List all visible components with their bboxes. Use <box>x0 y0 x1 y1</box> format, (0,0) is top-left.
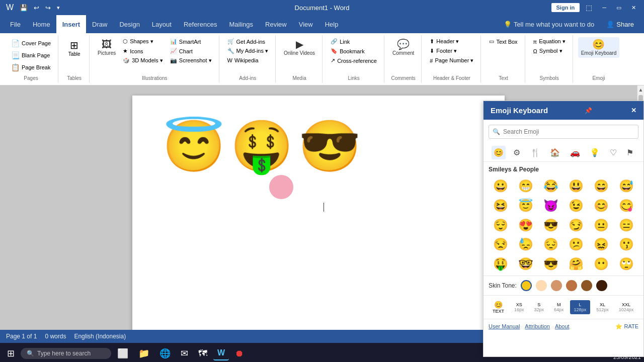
emoji-item[interactable]: 😉 <box>564 197 588 215</box>
emoji-item[interactable]: 😑 <box>614 216 638 235</box>
task-view-icon[interactable]: ⬜ <box>113 346 132 361</box>
emoji-item[interactable]: 😐 <box>589 216 613 235</box>
emoji-keyboard-button[interactable]: 😊 Emoji Keyboard <box>578 37 620 58</box>
icons-button[interactable]: ★ Icons <box>120 47 166 55</box>
emoji-item[interactable]: 😊 <box>589 197 613 215</box>
maximize-button[interactable]: ▭ <box>612 4 625 12</box>
emoji-item[interactable]: 😕 <box>564 235 588 254</box>
emoji-item[interactable]: 😃 <box>564 177 588 196</box>
emoji-cat-places[interactable]: 🏠 <box>548 146 562 159</box>
wikipedia-button[interactable]: W Wikipedia <box>224 56 262 64</box>
tab-view[interactable]: View <box>293 15 319 33</box>
size-l-button[interactable]: L 128px <box>570 300 591 314</box>
size-xxl-button[interactable]: XXL 1024px <box>615 300 638 314</box>
save-icon[interactable]: 💾 <box>18 3 30 13</box>
footer-button[interactable]: ⬇ Footer ▾ <box>427 47 460 55</box>
screenshot-button[interactable]: 📷 Screenshot ▾ <box>167 56 215 65</box>
emoji-item[interactable]: 😓 <box>514 235 538 254</box>
get-addins-button[interactable]: 🛒 Get Add-ins <box>224 37 268 46</box>
tab-review[interactable]: Review <box>259 15 293 33</box>
header-button[interactable]: ⬆ Header ▾ <box>427 37 462 46</box>
skin-tone-yellow[interactable] <box>521 280 532 291</box>
skin-tone-medium[interactable] <box>566 280 577 291</box>
emoji-item[interactable]: 😀 <box>489 177 513 196</box>
symbol-button[interactable]: Ω Symbol ▾ <box>530 47 566 55</box>
emoji-item[interactable]: 😄 <box>589 177 613 196</box>
skin-tone-medium-dark[interactable] <box>581 280 592 291</box>
size-xs-button[interactable]: XS 16px <box>510 300 528 314</box>
emoji-cat-flags[interactable]: ⚑ <box>624 146 635 159</box>
tab-home[interactable]: Home <box>27 15 56 33</box>
undo-icon[interactable]: ↩ <box>32 3 41 13</box>
cross-reference-button[interactable]: ↗ Cross-reference <box>328 56 380 65</box>
emoji-item[interactable]: 😔 <box>539 235 563 254</box>
size-xl-button[interactable]: XL 512px <box>592 300 613 314</box>
taskbar-search[interactable]: 🔍 Type here to search <box>21 348 111 359</box>
table-button[interactable]: ⊞ Table <box>64 37 85 60</box>
document-page[interactable]: 😇 🤑 😎 <box>132 96 505 330</box>
emoji-cat-travel[interactable]: 🚗 <box>568 146 582 159</box>
tell-me-button[interactable]: 💡 Tell me what you want to do <box>498 15 600 33</box>
about-link[interactable]: About <box>555 323 570 329</box>
tab-layout[interactable]: Layout <box>146 15 178 33</box>
rate-button[interactable]: ⭐ RATE <box>615 323 638 330</box>
emoji-item[interactable]: 😇 <box>514 197 538 215</box>
tab-references[interactable]: References <box>178 15 223 33</box>
emoji-item[interactable]: 😗 <box>614 235 638 254</box>
recording-icon[interactable]: ⏺ <box>231 346 248 361</box>
emoji-item[interactable]: 😆 <box>489 197 513 215</box>
tab-help[interactable]: Help <box>319 15 345 33</box>
size-m-button[interactable]: M 64px <box>550 300 568 314</box>
emoji-item[interactable]: 🤓 <box>514 255 538 274</box>
emoji-item[interactable]: 😁 <box>514 177 538 196</box>
signin-button[interactable]: Sign in <box>551 3 580 12</box>
cover-page-button[interactable]: 📄 Cover Page <box>8 38 54 48</box>
pin-panel-icon[interactable]: 📌 <box>585 107 592 114</box>
redo-icon[interactable]: ↪ <box>43 3 53 13</box>
link-button[interactable]: 🔗 Link <box>328 37 353 46</box>
emoji-item[interactable]: 😏 <box>564 216 588 235</box>
emoji-cat-food[interactable]: 🍴 <box>528 146 542 159</box>
skin-tone-medium-light[interactable] <box>551 280 562 291</box>
tab-insert[interactable]: Insert <box>56 15 86 33</box>
comment-button[interactable]: 💬 Comment <box>389 37 417 58</box>
text-box-button[interactable]: ▭ Text Box <box>486 37 520 46</box>
tab-design[interactable]: Design <box>113 15 145 33</box>
tab-draw[interactable]: Draw <box>86 15 113 33</box>
minimize-button[interactable]: ─ <box>598 4 610 12</box>
emoji-item[interactable]: 😌 <box>489 216 513 235</box>
emoji-item[interactable]: 😎 <box>539 255 563 274</box>
emoji-cat-tools[interactable]: ⚙ <box>511 146 522 159</box>
customize-icon[interactable]: ▾ <box>55 4 62 12</box>
size-s-button[interactable]: S 32px <box>530 300 548 314</box>
maps-icon[interactable]: 🗺 <box>194 346 211 361</box>
emoji-cat-symbols[interactable]: ♡ <box>608 146 619 159</box>
emoji-item[interactable]: 😈 <box>539 197 563 215</box>
blank-page-button[interactable]: 📃 Blank Page <box>8 50 54 60</box>
emoji-cat-objects[interactable]: 💡 <box>588 146 602 159</box>
online-videos-button[interactable]: ▶ Online Videos <box>281 37 318 58</box>
mail-icon[interactable]: ✉ <box>177 346 192 361</box>
emoji-search-input[interactable] <box>489 125 638 139</box>
emoji-item[interactable]: 🙄 <box>614 255 638 274</box>
file-explorer-icon[interactable]: 📁 <box>134 346 153 361</box>
emoji-item[interactable]: 😋 <box>614 197 638 215</box>
emoji-item[interactable]: 😍 <box>514 216 538 235</box>
emoji-item[interactable]: 🤗 <box>564 255 588 274</box>
emoji-item[interactable]: 😅 <box>614 177 638 196</box>
attribution-link[interactable]: Attribution <box>525 323 550 329</box>
emoji-cat-smileys[interactable]: 😊 <box>492 146 506 159</box>
emoji-item[interactable]: 🤑 <box>489 255 513 274</box>
smartart-button[interactable]: 📊 SmartArt <box>167 37 215 46</box>
skin-tone-light[interactable] <box>536 280 547 291</box>
close-panel-icon[interactable]: ✕ <box>631 107 636 114</box>
bookmark-button[interactable]: 🔖 Bookmark <box>328 47 368 55</box>
page-break-button[interactable]: 📋 Page Break <box>8 62 54 72</box>
share-button[interactable]: 👤 Share <box>600 15 640 33</box>
emoji-item[interactable]: 😂 <box>539 177 563 196</box>
emoji-item[interactable]: 😖 <box>589 235 613 254</box>
chart-button[interactable]: 📈 Chart <box>167 47 215 55</box>
tab-mailings[interactable]: Mailings <box>223 15 259 33</box>
my-addins-button[interactable]: 🔧 My Add-ins ▾ <box>224 47 271 55</box>
size-text-button[interactable]: 😊 TEXT <box>489 299 508 316</box>
